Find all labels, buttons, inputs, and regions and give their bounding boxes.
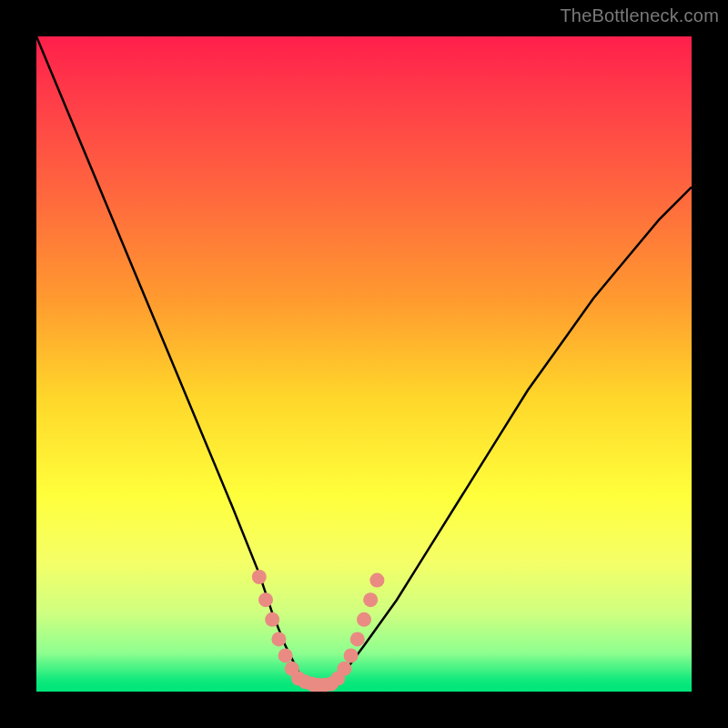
marker-dot xyxy=(271,632,286,646)
left-curve xyxy=(36,36,311,685)
marker-dot xyxy=(337,662,351,676)
marker-dot xyxy=(350,632,365,646)
marker-dot xyxy=(252,570,267,584)
marker-group xyxy=(252,570,385,692)
marker-dot xyxy=(357,612,371,627)
watermark-label: TheBottleneck.com xyxy=(560,5,719,26)
marker-dot xyxy=(258,592,273,607)
marker-dot xyxy=(278,648,293,662)
marker-dot xyxy=(363,592,378,607)
plot-area xyxy=(36,36,692,692)
right-curve xyxy=(331,187,692,685)
marker-dot xyxy=(344,648,359,662)
marker-dot xyxy=(369,573,384,588)
curves-svg xyxy=(36,36,692,692)
marker-dot xyxy=(265,612,279,627)
chart-frame: TheBottleneck.com xyxy=(0,0,728,728)
